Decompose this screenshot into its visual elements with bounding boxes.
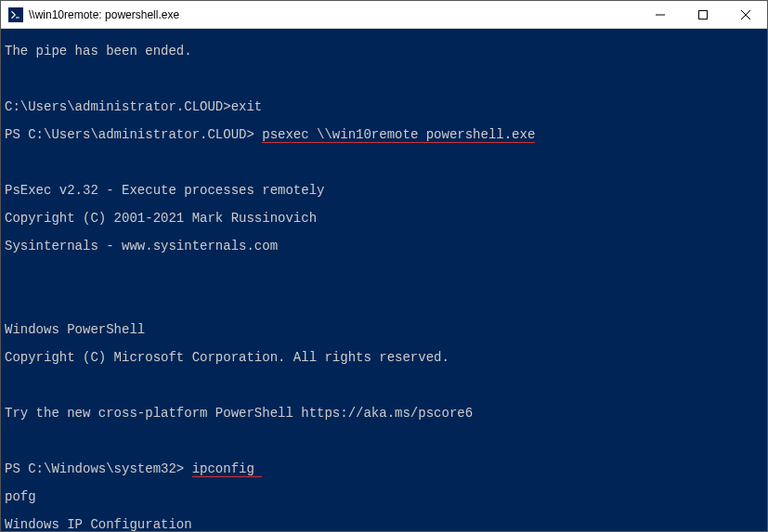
prompt: PS C:\Windows\system32> xyxy=(5,461,192,476)
maximize-button[interactable] xyxy=(682,1,724,28)
prompt-line: C:\Users\administrator.CLOUD>exit xyxy=(5,100,763,114)
terminal-content[interactable]: The pipe has been ended. C:\Users\admini… xyxy=(1,29,767,531)
maximize-icon xyxy=(698,10,708,19)
command: exit xyxy=(231,99,263,114)
output-line xyxy=(5,156,763,170)
powershell-icon xyxy=(8,7,23,22)
output-line: Try the new cross-platform PowerShell ht… xyxy=(5,407,763,421)
output-line: Windows IP Configuration xyxy=(5,518,763,531)
minimize-icon xyxy=(656,10,665,19)
output-line: The pipe has been ended. xyxy=(5,45,763,58)
output-line: Copyright (C) Microsoft Corporation. All… xyxy=(5,351,763,365)
prompt: PS C:\Users\administrator.CLOUD> xyxy=(5,127,262,142)
output-line: pofg xyxy=(5,490,763,504)
output-line: Windows PowerShell xyxy=(5,323,763,337)
output-line xyxy=(5,379,763,393)
output-line: Copyright (C) 2001-2021 Mark Russinovich xyxy=(5,212,763,226)
prompt: C:\Users\administrator.CLOUD> xyxy=(5,99,231,114)
output-line: PsExec v2.32 - Execute processes remotel… xyxy=(5,184,763,198)
prompt-line: PS C:\Windows\system32> ipconfig xyxy=(5,462,763,476)
close-icon xyxy=(741,10,750,19)
close-button[interactable] xyxy=(724,1,767,28)
window-title: \\win10remote: powershell.exe xyxy=(29,8,639,21)
command-highlighted: psexec \\win10remote powershell.exe xyxy=(262,127,535,143)
output-line xyxy=(5,72,763,86)
output-line: Sysinternals - www.sysinternals.com xyxy=(5,240,763,253)
output-line xyxy=(5,435,763,448)
prompt-line: PS C:\Users\administrator.CLOUD> psexec … xyxy=(5,128,763,142)
svg-rect-1 xyxy=(699,10,708,19)
window-controls xyxy=(639,1,767,28)
output-line xyxy=(5,295,763,309)
minimize-button[interactable] xyxy=(639,1,682,28)
command-highlighted: ipconfig xyxy=(192,461,263,477)
window-titlebar: \\win10remote: powershell.exe xyxy=(1,1,767,29)
output-line xyxy=(5,267,763,281)
